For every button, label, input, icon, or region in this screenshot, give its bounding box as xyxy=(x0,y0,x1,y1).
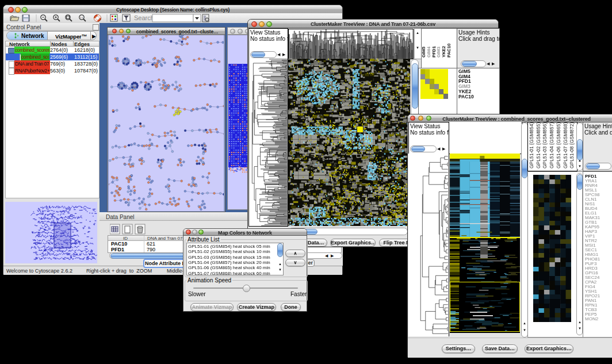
svg-text:1:1: 1:1 xyxy=(80,16,83,19)
